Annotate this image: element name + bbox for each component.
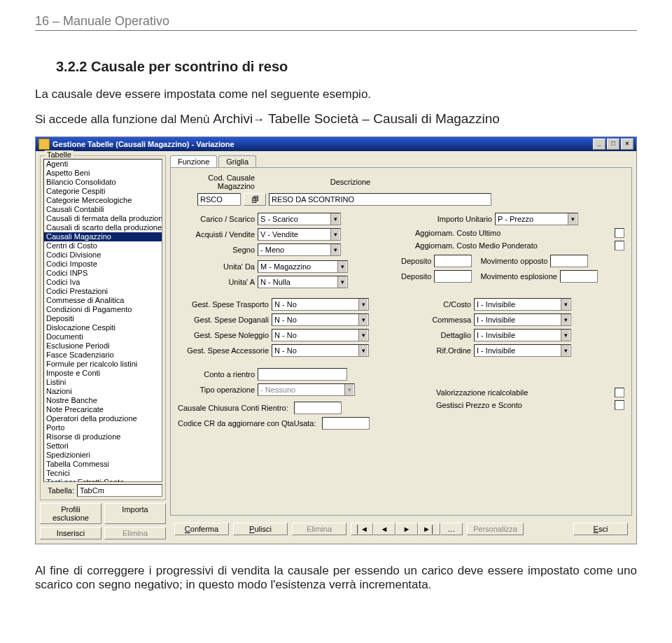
- list-item[interactable]: Centri di Costo: [44, 241, 162, 250]
- profili-esclusione-button[interactable]: Profili esclusione: [40, 503, 102, 524]
- list-item[interactable]: Codici INPS: [44, 269, 162, 278]
- list-item[interactable]: Listini: [44, 378, 162, 387]
- cod-causale-field[interactable]: RSCO: [197, 193, 241, 206]
- tabella-label: Tabella:: [43, 486, 74, 495]
- list-item[interactable]: Causali Magazzino: [44, 232, 162, 241]
- list-item[interactable]: Categorie Merceologiche: [44, 196, 162, 205]
- list-item[interactable]: Imposte e Conti: [44, 369, 162, 378]
- lbl-carico-scarico: Carico / Scarico: [178, 215, 255, 223]
- commessa-combo[interactable]: I - Invisibile: [474, 313, 571, 326]
- list-item[interactable]: Aspetto Beni: [44, 169, 162, 178]
- unita-da-combo[interactable]: M - Magazzino: [258, 260, 348, 273]
- conferma-button[interactable]: CConfermaonferma: [174, 523, 229, 535]
- conto-rientro-field[interactable]: [258, 368, 347, 381]
- list-item[interactable]: Causali di fermata della produzione: [44, 214, 162, 223]
- importo-unitario-combo[interactable]: P - Prezzo: [495, 213, 578, 225]
- list-item[interactable]: Condizioni di Pagamento: [44, 305, 162, 314]
- spese-noleggio-combo[interactable]: N - No: [272, 329, 369, 341]
- chk-agg-costo-medio[interactable]: [615, 241, 624, 250]
- lbl-mov-opposto: Movimento opposto: [480, 257, 547, 265]
- list-item[interactable]: Codici Imposte: [44, 260, 162, 269]
- carico-scarico-combo[interactable]: S - Scarico: [258, 213, 341, 225]
- pulisci-button[interactable]: Pulisci: [233, 523, 288, 535]
- list-item[interactable]: Tabella Commessi: [44, 460, 162, 469]
- descrizione-field[interactable]: RESO DA SCONTRINO: [269, 193, 491, 206]
- spese-trasporto-combo[interactable]: N - No: [272, 298, 369, 311]
- lbl-deposito-2: Deposito: [401, 272, 431, 281]
- list-item[interactable]: Testi per Estratti Conto: [44, 478, 162, 482]
- minimize-button[interactable]: _: [593, 139, 606, 150]
- list-item[interactable]: Esclusione Periodi: [44, 341, 162, 351]
- tabella-field[interactable]: TabCm: [77, 484, 162, 497]
- list-item[interactable]: Porto: [44, 423, 162, 432]
- list-item[interactable]: Codici Iva: [44, 278, 162, 287]
- ccosto-combo[interactable]: I - Invisibile: [474, 298, 571, 311]
- chk-gestisci-prezzo-sconto[interactable]: [615, 400, 624, 410]
- deposito-1-field[interactable]: [434, 255, 472, 267]
- window: Gestione Tabelle (Causali Magazzino) - V…: [35, 136, 637, 544]
- nav-more-button[interactable]: …: [440, 523, 463, 535]
- list-item[interactable]: Codici Divisione: [44, 250, 162, 260]
- lbl-unita-a: Unita' A: [178, 278, 255, 286]
- tabelle-group: Tabelle AgentiAspetto BeniBilancio Conso…: [40, 155, 166, 500]
- elimina-side-button[interactable]: Elimina: [104, 527, 166, 539]
- list-item[interactable]: Depositi: [44, 314, 162, 323]
- list-item[interactable]: Agenti: [44, 160, 162, 169]
- esci-button[interactable]: Esci: [573, 523, 628, 535]
- unita-a-combo[interactable]: N - Nulla: [258, 276, 348, 288]
- list-item[interactable]: Nazioni: [44, 387, 162, 396]
- list-item[interactable]: Fasce Scadenziario: [44, 351, 162, 360]
- tables-list[interactable]: AgentiAspetto BeniBilancio ConsolidatoCa…: [43, 159, 162, 482]
- acquisti-vendite-combo[interactable]: V - Vendite: [258, 228, 341, 241]
- paragraph-2: Si accede alla funzione dal Menù Archivi…: [35, 111, 637, 127]
- list-item[interactable]: Spedizionieri: [44, 451, 162, 460]
- inserisci-button[interactable]: Inserisci: [40, 527, 102, 539]
- list-item[interactable]: Nostre Banche: [44, 396, 162, 405]
- spese-accessorie-combo[interactable]: N - No: [272, 344, 369, 357]
- paragraph-1: La causale deve essere impostata come ne…: [35, 87, 637, 101]
- deposito-2-field[interactable]: [434, 270, 472, 283]
- list-item[interactable]: Commesse di Analitica: [44, 296, 162, 305]
- close-button[interactable]: ×: [621, 139, 634, 150]
- tab-griglia[interactable]: Griglia: [218, 155, 256, 167]
- nav-prev-button[interactable]: ◄: [373, 523, 396, 535]
- nav-next-button[interactable]: ►: [396, 523, 418, 535]
- importa-button[interactable]: Importa: [104, 503, 166, 524]
- list-item[interactable]: Codici Prestazioni: [44, 287, 162, 296]
- list-item[interactable]: Operatori della produzione: [44, 414, 162, 423]
- mov-opposto-field[interactable]: [550, 255, 588, 267]
- list-item[interactable]: Bilancio Consolidato: [44, 178, 162, 187]
- list-item[interactable]: Documenti: [44, 332, 162, 341]
- nav-first-button[interactable]: │◄: [351, 523, 373, 535]
- tab-funzione[interactable]: Funzione: [170, 155, 217, 167]
- list-item[interactable]: Tecnici: [44, 469, 162, 478]
- chk-valorizzazione[interactable]: [615, 388, 624, 397]
- tipo-operazione-combo[interactable]: - Nessuno: [258, 383, 355, 396]
- lbl-commessa: Commessa: [401, 316, 471, 324]
- list-item[interactable]: Dislocazione Cespiti: [44, 323, 162, 332]
- chk-agg-costo-ultimo[interactable]: [615, 228, 624, 238]
- rifordine-combo[interactable]: I - Invisibile: [474, 344, 571, 357]
- list-item[interactable]: Categorie Cespiti: [44, 187, 162, 196]
- list-item[interactable]: Causali Contabili: [44, 205, 162, 214]
- lbl-importo-unitario: Importo Unitario: [401, 215, 492, 223]
- list-item[interactable]: Formule per ricalcolo listini: [44, 360, 162, 369]
- codice-cr-field[interactable]: [322, 417, 370, 430]
- personalizza-button[interactable]: Personalizza: [467, 523, 524, 535]
- list-item[interactable]: Settori: [44, 441, 162, 451]
- lbl-codice-cr: Codice CR da aggiornare con QtaUsata:: [178, 419, 316, 428]
- list-item[interactable]: Note Precaricate: [44, 405, 162, 414]
- spese-doganali-combo[interactable]: N - No: [272, 313, 369, 326]
- maximize-button[interactable]: □: [607, 139, 620, 150]
- nav-last-button[interactable]: ►│: [418, 523, 440, 535]
- mov-esplosione-field[interactable]: [560, 270, 598, 283]
- elimina-button[interactable]: Elimina: [292, 523, 346, 535]
- segno-combo[interactable]: - Meno: [258, 243, 341, 256]
- lbl-descrizione: Descrizione: [258, 178, 443, 186]
- lbl-spese-accessorie: Gest. Spese Accessorie: [178, 346, 269, 355]
- list-item[interactable]: Risorse di produzione: [44, 432, 162, 441]
- lookup-button[interactable]: 🗐: [244, 193, 266, 206]
- dettaglio-combo[interactable]: I - Invisibile: [474, 329, 571, 341]
- causale-chiusura-field[interactable]: [294, 402, 342, 414]
- list-item[interactable]: Causali di scarto della produzione: [44, 223, 162, 232]
